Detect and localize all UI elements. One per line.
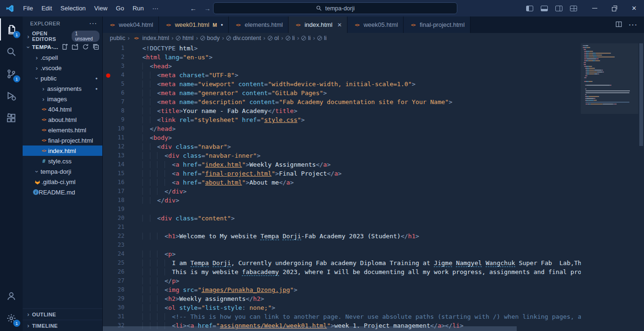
close-button[interactable]: [624, 0, 644, 16]
line-number[interactable]: 9: [103, 115, 132, 124]
code-line[interactable]: <body>: [142, 133, 581, 142]
tree-folder-vscode[interactable]: ›.vscode: [23, 63, 102, 73]
menu-run[interactable]: Run: [128, 0, 148, 16]
tree-file-gitlab-ci-yml[interactable]: .gitlab-ci.yml: [23, 177, 102, 187]
menu-file[interactable]: File: [19, 0, 37, 16]
line-number[interactable]: 22: [103, 232, 132, 241]
code-line[interactable]: <meta name="description" content="Fab Ac…: [142, 97, 581, 106]
breadcrumb-index-html[interactable]: <>index.html: [132, 35, 169, 41]
command-center-search[interactable]: tempa-dorji: [213, 2, 457, 14]
tree-folder-cspell[interactable]: ›.cspell: [23, 52, 102, 63]
code-line[interactable]: <html lang="en-us">: [142, 53, 581, 62]
customize-layout-icon[interactable]: [570, 6, 577, 11]
line-number[interactable]: 26: [103, 267, 132, 276]
tab-week01-html[interactable]: <>week01.htmlM●: [159, 16, 229, 33]
line-number[interactable]: 13: [103, 151, 132, 160]
code-line[interactable]: <title>Your name - Fab Academy</title>: [142, 106, 581, 115]
code-line[interactable]: <head>: [142, 62, 581, 71]
line-number[interactable]: 10: [103, 124, 132, 133]
breadcrumb-public[interactable]: public: [110, 35, 125, 41]
code-line[interactable]: <meta charset="UTF-8">: [142, 71, 581, 80]
restore-button[interactable]: [604, 0, 624, 16]
menu-more[interactable]: ···: [148, 0, 163, 16]
menu-view[interactable]: View: [90, 0, 112, 16]
toggle-panel-icon[interactable]: [541, 6, 548, 11]
line-number[interactable]: 8: [103, 106, 132, 115]
line-number[interactable]: 4: [103, 71, 132, 80]
tab-week04-html[interactable]: <>week04.html: [103, 16, 159, 33]
line-number[interactable]: 27: [103, 276, 132, 285]
minimap[interactable]: [581, 43, 638, 331]
breadcrumb-li[interactable]: li: [301, 35, 311, 41]
close-tab-icon[interactable]: ✕: [337, 22, 342, 28]
code-line[interactable]: <div class="navbar">: [142, 142, 581, 151]
code-lines[interactable]: <!DOCTYPE html><html lang="en-us"> <head…: [132, 43, 581, 331]
code-line[interactable]: <div class="content">: [142, 214, 581, 223]
new-file-icon[interactable]: [61, 43, 68, 51]
line-number[interactable]: 6: [103, 89, 132, 97]
horizontal-scrollbar-thumb[interactable]: [103, 326, 517, 331]
tree-file-readme-md[interactable]: iREADME.md: [23, 187, 102, 197]
code-line[interactable]: </div>: [142, 196, 581, 205]
code-line[interactable]: </p>: [142, 276, 581, 285]
line-number[interactable]: 17: [103, 187, 132, 196]
split-editor-icon[interactable]: [615, 21, 622, 29]
code-line[interactable]: [142, 223, 581, 232]
code-line[interactable]: <a href="final-project.html">Final Proje…: [142, 169, 581, 178]
tree-folder-images[interactable]: ›images: [23, 94, 102, 104]
tab-index-html[interactable]: <>index.html✕: [289, 16, 347, 33]
collapse-all-icon[interactable]: [92, 43, 99, 51]
line-number[interactable]: 11: [103, 133, 132, 142]
line-number[interactable]: 3: [103, 62, 132, 71]
menu-edit[interactable]: Edit: [37, 0, 56, 16]
back-icon[interactable]: [190, 5, 197, 12]
code-line[interactable]: </head>: [142, 124, 581, 133]
forward-icon[interactable]: [204, 5, 211, 12]
line-number[interactable]: 25: [103, 258, 132, 267]
tree-folder-assignments[interactable]: ›assignments●: [23, 83, 102, 94]
menu-go[interactable]: Go: [112, 0, 128, 16]
breadcrumb-body[interactable]: body: [200, 35, 220, 41]
run-debug-icon[interactable]: [0, 85, 23, 107]
line-number[interactable]: 12: [103, 142, 132, 151]
open-editors-section[interactable]: › OPEN EDITORS 1 unsaved: [23, 31, 102, 42]
account-icon[interactable]: [0, 285, 23, 307]
tree-file-404-html[interactable]: <>404.html: [23, 104, 102, 114]
tab-final-project-html[interactable]: <>final-project.html: [404, 16, 470, 33]
menu-selection[interactable]: Selection: [56, 0, 90, 16]
tree-file-style-css[interactable]: #style.css: [23, 156, 102, 166]
timeline-section[interactable]: › TIMELINE: [23, 320, 102, 331]
workspace-root-folder[interactable]: › TEMPA-...: [23, 42, 102, 52]
line-number[interactable]: 29: [103, 294, 132, 303]
line-number[interactable]: 15: [103, 169, 132, 178]
line-number[interactable]: 30: [103, 303, 132, 312]
editor-more-actions-icon[interactable]: ···: [629, 21, 638, 28]
code-line[interactable]: [142, 241, 581, 250]
code-line[interactable]: <div class="navbar-inner">: [142, 151, 581, 160]
breadcrumb-li[interactable]: li: [317, 35, 327, 41]
breadcrumb-div-content[interactable]: div.content: [226, 35, 261, 41]
tree-folder-public[interactable]: ›public●: [23, 73, 102, 83]
code-line[interactable]: <img src="images/Punakha_Dzong.jpg">: [142, 285, 581, 294]
explorer-icon[interactable]: 1: [0, 18, 23, 40]
refresh-icon[interactable]: [82, 43, 89, 51]
tab-elements-html[interactable]: <>elements.html: [229, 16, 289, 33]
code-line[interactable]: <h1>Welcome to My website Tempa Dorji-Fa…: [142, 232, 581, 241]
tree-file-final-project-html[interactable]: <>final-project.html: [23, 135, 102, 145]
extensions-icon[interactable]: [0, 107, 23, 129]
line-number[interactable]: 31: [103, 312, 132, 321]
toggle-primary-sidebar-icon[interactable]: [526, 6, 533, 11]
line-number[interactable]: 2: [103, 53, 132, 62]
tree-file-elements-html[interactable]: <>elements.html: [23, 125, 102, 135]
editor[interactable]: 1234567891011121314151617181920212223242…: [103, 43, 644, 331]
line-number[interactable]: 28: [103, 285, 132, 294]
code-line[interactable]: <h2>Weekly assignments</h2>: [142, 294, 581, 303]
explorer-more-actions-icon[interactable]: ···: [90, 21, 98, 26]
tree-folder-tempa-dorji[interactable]: ›tempa-dorji: [23, 166, 102, 177]
vertical-scrollbar[interactable]: [638, 43, 644, 331]
line-number[interactable]: 7: [103, 97, 132, 106]
line-number[interactable]: 18: [103, 196, 132, 205]
breadcrumb-ol[interactable]: ol: [268, 35, 279, 41]
line-number[interactable]: 16: [103, 178, 132, 187]
breadcrumb-li[interactable]: li: [286, 35, 295, 41]
